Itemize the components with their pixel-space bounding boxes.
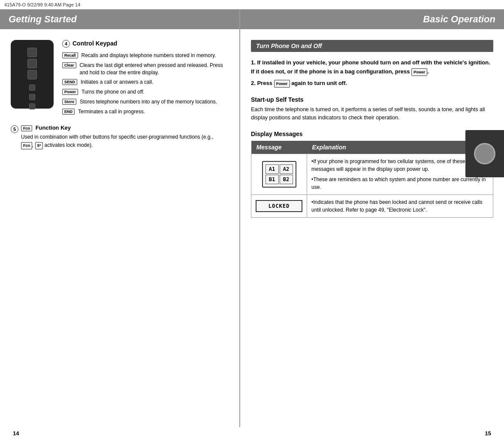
grid-a1: A1 xyxy=(266,164,279,174)
fn-description: Used in combination with other buttons f… xyxy=(21,134,229,149)
section5-marker: 5 xyxy=(11,125,18,133)
keypad-items-list: Recall Recalls and displays telephone nu… xyxy=(62,52,229,115)
page-num-left: 14 xyxy=(13,430,19,437)
phone-btn-2 xyxy=(27,59,37,68)
startup-text: Each time the telephone is turned on, it… xyxy=(251,106,493,122)
display-messages-title: Display Messages xyxy=(251,130,493,137)
keypad-item-send: SEND Initiates a call or answers a call. xyxy=(62,79,229,86)
messages-table: Message Explanation A1 A2 B1 xyxy=(251,141,493,218)
fn-key-badge: Fcn xyxy=(21,125,32,131)
section4-title: Control Keypad xyxy=(72,40,117,47)
explanation-p2: •These are reminders as to which system … xyxy=(311,176,489,191)
left-content: 4 Control Keypad Recall Recalls and disp… xyxy=(0,36,239,154)
keypad-item-power: Power Turns the phone on and off. xyxy=(62,88,229,96)
keypad-item-store: Store Stores telephone numbers into any … xyxy=(62,98,229,106)
startup-title: Start-up Self Tests xyxy=(251,96,493,103)
phone-image-area: 4 Control Keypad Recall Recalls and disp… xyxy=(11,40,229,118)
step2-text: 2. Press Power again to turn unit off. xyxy=(251,80,347,86)
keypad-item-clear: Clear Clears the last digit entered when… xyxy=(62,62,229,76)
step1: 1. If installed in your vehicle, your ph… xyxy=(251,58,493,76)
step1-text: 1. If installed in your vehicle, your ph… xyxy=(251,59,490,75)
explanation-p1: •If your phone is programmed for two cel… xyxy=(311,158,489,173)
turn-on-steps: 1. If installed in your vehicle, your ph… xyxy=(251,58,493,88)
right-header: Basic Operation xyxy=(240,9,504,29)
fn-desc-text: Used in combination with other buttons f… xyxy=(21,134,213,140)
fn-key-example: Fcn xyxy=(21,142,32,149)
store-desc: Stores telephone numbers into any of the… xyxy=(80,98,217,106)
keypad-item-end: END Terminates a call in progress. xyxy=(62,108,229,115)
step2: 2. Press Power again to turn unit off. xyxy=(251,79,493,88)
clear-desc: Clears the last digit entered when press… xyxy=(80,62,229,76)
table-header-message: Message xyxy=(251,141,307,154)
recall-desc: Recalls and displays telephone numbers s… xyxy=(81,52,216,59)
system-select-grid: A1 A2 B1 B2 xyxy=(266,164,293,184)
right-decorative-image xyxy=(465,130,504,177)
keypad-item-recall: Recall Recalls and displays telephone nu… xyxy=(62,52,229,59)
clear-key: Clear xyxy=(62,62,76,68)
power-desc: Turns the phone on and off. xyxy=(81,88,145,96)
turn-on-banner: Turn Phone On and Off xyxy=(251,40,493,52)
phone-image xyxy=(11,40,54,109)
right-column: Basic Operation Turn Phone On and Off 1.… xyxy=(240,9,504,427)
phone-btn-3 xyxy=(27,70,37,79)
phone-small-btn-3 xyxy=(29,103,35,109)
end-key: END xyxy=(62,109,75,115)
grid-b1: B1 xyxy=(266,175,279,184)
explanation-locked: •Indicates that the phone has been locke… xyxy=(311,198,489,214)
phone-small-btn-1 xyxy=(29,85,35,91)
fn-title-row: Fcn Function Key xyxy=(21,124,229,131)
end-desc: Terminates a call in progress. xyxy=(78,108,145,115)
print-info: 415A79-O 9/22/99 9:40 AM Page 14 xyxy=(4,2,80,7)
fn-key-example2: 5* xyxy=(35,142,43,149)
left-header: Getting Started xyxy=(0,9,239,29)
power-key-inline2: Power xyxy=(274,80,290,88)
function-key-section: 5 Fcn Function Key Used in combination w… xyxy=(11,124,229,149)
send-desc: Initiates a call or answers a call. xyxy=(81,79,153,86)
left-column: Getting Started xyxy=(0,9,240,427)
locked-display: LOCKED xyxy=(256,200,302,212)
section4-marker: 4 xyxy=(62,40,70,48)
grid-a2: A2 xyxy=(280,164,293,174)
system-select-display: A1 A2 B1 B2 xyxy=(262,161,296,188)
page-num-right: 15 xyxy=(485,430,491,437)
control-keypad-section: 4 Control Keypad Recall Recalls and disp… xyxy=(62,40,229,118)
phone-btn-1 xyxy=(27,48,37,57)
page-footer: 14 15 xyxy=(0,427,504,440)
keypad-header-row: 4 Control Keypad xyxy=(62,40,229,48)
grid-b2: B2 xyxy=(280,175,293,184)
power-key-inline: Power xyxy=(411,68,427,76)
power-key: Power xyxy=(62,89,78,95)
main-columns: Getting Started xyxy=(0,9,504,427)
table-row-system-select: A1 A2 B1 B2 •If your phone is programmed… xyxy=(251,154,493,194)
right-content: Turn Phone On and Off 1. If installed in… xyxy=(240,36,504,222)
explanation-cell-locked: •Indicates that the phone has been locke… xyxy=(307,194,493,217)
fn-example-row: Fcn, 5* activates lock mode). xyxy=(21,142,93,149)
fn-desc2: activates lock mode). xyxy=(45,142,93,148)
fn-title: Function Key xyxy=(36,124,71,131)
meta-bar: 415A79-O 9/22/99 9:40 AM Page 14 xyxy=(0,0,504,9)
phone-small-btn-2 xyxy=(29,94,35,100)
msg-cell-locked: LOCKED xyxy=(251,194,307,217)
msg-cell-system: A1 A2 B1 B2 xyxy=(251,154,307,194)
table-row-locked: LOCKED •Indicates that the phone has bee… xyxy=(251,194,493,217)
store-key: Store xyxy=(62,99,76,105)
fn-content: Fcn Function Key Used in combination wit… xyxy=(21,124,229,149)
phone-icon xyxy=(474,143,495,164)
recall-key: Recall xyxy=(62,52,78,58)
send-key: SEND xyxy=(62,79,77,85)
